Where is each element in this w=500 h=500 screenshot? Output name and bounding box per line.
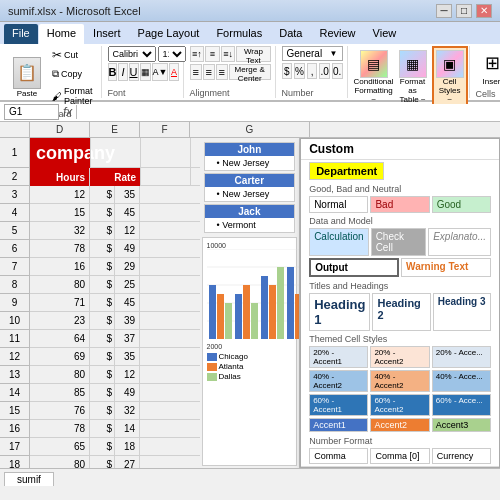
cell-d5[interactable]: 32 bbox=[30, 222, 90, 240]
insert-button[interactable]: ⊞ Insert bbox=[476, 46, 500, 89]
cell-d9[interactable]: 71 bbox=[30, 294, 90, 312]
percent-button[interactable]: % bbox=[294, 63, 305, 79]
cell-e12[interactable]: $ bbox=[90, 348, 115, 366]
cell-g12[interactable] bbox=[140, 348, 200, 366]
currency-button[interactable]: $ bbox=[282, 63, 293, 79]
align-top-button[interactable]: ≡↑ bbox=[190, 46, 205, 62]
style-comma-0[interactable]: Comma [0] bbox=[370, 448, 429, 464]
fill-color-button[interactable]: A▼ bbox=[152, 63, 169, 81]
cell-f16[interactable]: 14 bbox=[115, 420, 140, 438]
cell-d18[interactable]: 80 bbox=[30, 456, 90, 468]
align-right-button[interactable]: ≡ bbox=[216, 64, 228, 80]
cell-d15[interactable]: 76 bbox=[30, 402, 90, 420]
style-check-cell[interactable]: Check Cell bbox=[371, 228, 427, 256]
cell-g2[interactable] bbox=[190, 168, 200, 186]
cell-f11[interactable]: 37 bbox=[115, 330, 140, 348]
cell-d17[interactable]: 65 bbox=[30, 438, 90, 456]
cell-g18[interactable] bbox=[140, 456, 200, 468]
cell-f1[interactable] bbox=[140, 138, 190, 168]
cell-g5[interactable] bbox=[140, 222, 200, 240]
formula-input[interactable] bbox=[81, 104, 496, 120]
comma-button[interactable]: , bbox=[307, 63, 318, 79]
cell-e16[interactable]: $ bbox=[90, 420, 115, 438]
style-20-accent2[interactable]: 20% - Accent2 bbox=[370, 346, 429, 368]
col-header-F[interactable]: F bbox=[140, 122, 190, 137]
style-40-accent2[interactable]: 40% - Accent2 bbox=[370, 370, 429, 392]
cell-e9[interactable]: $ bbox=[90, 294, 115, 312]
style-accent2[interactable]: Accent2 bbox=[370, 418, 429, 432]
col-header-G[interactable]: G bbox=[190, 122, 310, 137]
cell-g13[interactable] bbox=[140, 366, 200, 384]
style-output[interactable]: Output bbox=[309, 258, 399, 277]
wrap-text-button[interactable]: Wrap Text bbox=[236, 46, 270, 62]
style-20-accent3[interactable]: 20% - Acce... bbox=[432, 346, 491, 368]
cell-g6[interactable] bbox=[140, 240, 200, 258]
dept-style-cell[interactable]: Department bbox=[309, 162, 384, 180]
cell-d11[interactable]: 64 bbox=[30, 330, 90, 348]
cell-d16[interactable]: 78 bbox=[30, 420, 90, 438]
cell-g3[interactable] bbox=[140, 186, 200, 204]
align-left-button[interactable]: ≡ bbox=[190, 64, 202, 80]
cell-f17[interactable]: 18 bbox=[115, 438, 140, 456]
style-accent3[interactable]: Accent3 bbox=[432, 418, 491, 432]
cell-e3[interactable]: $ bbox=[90, 186, 115, 204]
cell-d12[interactable]: 69 bbox=[30, 348, 90, 366]
increase-decimal-button[interactable]: .0 bbox=[319, 63, 330, 79]
format-as-table-button[interactable]: ▦ Format as Table ~ bbox=[396, 47, 430, 107]
paste-button[interactable]: 📋 Paste bbox=[8, 54, 46, 101]
cell-e14[interactable]: $ bbox=[90, 384, 115, 402]
cell-f10[interactable]: 39 bbox=[115, 312, 140, 330]
style-heading-3[interactable]: Heading 3 bbox=[433, 293, 491, 331]
border-button[interactable]: ▦ bbox=[140, 63, 151, 81]
cell-f14[interactable]: 49 bbox=[115, 384, 140, 402]
cell-g10[interactable] bbox=[140, 312, 200, 330]
style-accent1[interactable]: Accent1 bbox=[309, 418, 368, 432]
cell-d7[interactable]: 16 bbox=[30, 258, 90, 276]
cell-f3[interactable]: 35 bbox=[115, 186, 140, 204]
copy-button[interactable]: ⧉ Copy bbox=[48, 66, 97, 82]
cell-f2[interactable] bbox=[140, 168, 190, 186]
style-60-accent2[interactable]: 60% - Accent2 bbox=[370, 394, 429, 416]
cell-e11[interactable]: $ bbox=[90, 330, 115, 348]
style-20-accent1[interactable]: 20% - Accent1 bbox=[309, 346, 368, 368]
style-comma[interactable]: Comma bbox=[309, 448, 368, 464]
align-middle-button[interactable]: ≡ bbox=[205, 46, 220, 62]
cell-e18[interactable]: $ bbox=[90, 456, 115, 468]
font-family-select[interactable]: Calibri bbox=[108, 46, 156, 62]
tab-data[interactable]: Data bbox=[271, 24, 310, 44]
col-header-E[interactable]: E bbox=[90, 122, 140, 137]
sheet-tab-sumif[interactable]: sumif bbox=[4, 472, 54, 486]
cell-f12[interactable]: 35 bbox=[115, 348, 140, 366]
cell-e1[interactable] bbox=[90, 138, 140, 168]
cell-g14[interactable] bbox=[140, 384, 200, 402]
cell-g9[interactable] bbox=[140, 294, 200, 312]
conditional-formatting-button[interactable]: ▤ Conditional Formatting ~ bbox=[354, 47, 394, 107]
font-color-button[interactable]: A bbox=[169, 63, 178, 81]
cell-f7[interactable]: 29 bbox=[115, 258, 140, 276]
tab-home[interactable]: Home bbox=[39, 24, 84, 44]
merge-center-button[interactable]: Merge & Center bbox=[229, 64, 271, 80]
cell-g16[interactable] bbox=[140, 420, 200, 438]
cell-e17[interactable]: $ bbox=[90, 438, 115, 456]
cell-e5[interactable]: $ bbox=[90, 222, 115, 240]
close-button[interactable]: ✕ bbox=[476, 4, 492, 18]
cell-g17[interactable] bbox=[140, 438, 200, 456]
cell-d10[interactable]: 23 bbox=[30, 312, 90, 330]
cell-e7[interactable]: $ bbox=[90, 258, 115, 276]
tab-review[interactable]: Review bbox=[311, 24, 363, 44]
cell-f15[interactable]: 32 bbox=[115, 402, 140, 420]
cell-f8[interactable]: 25 bbox=[115, 276, 140, 294]
cell-d4[interactable]: 15 bbox=[30, 204, 90, 222]
cell-e6[interactable]: $ bbox=[90, 240, 115, 258]
tab-file[interactable]: File bbox=[4, 24, 38, 44]
cell-e4[interactable]: $ bbox=[90, 204, 115, 222]
style-explanatory[interactable]: Explanato... bbox=[428, 228, 491, 256]
style-60-accent3[interactable]: 60% - Acce... bbox=[432, 394, 491, 416]
cell-e10[interactable]: $ bbox=[90, 312, 115, 330]
tab-formulas[interactable]: Formulas bbox=[208, 24, 270, 44]
font-size-select[interactable]: 11 bbox=[158, 46, 186, 62]
style-calculation[interactable]: Calculation bbox=[309, 228, 368, 256]
bold-button[interactable]: B bbox=[108, 63, 118, 81]
cell-g11[interactable] bbox=[140, 330, 200, 348]
style-60-accent1[interactable]: 60% - Accent1 bbox=[309, 394, 368, 416]
